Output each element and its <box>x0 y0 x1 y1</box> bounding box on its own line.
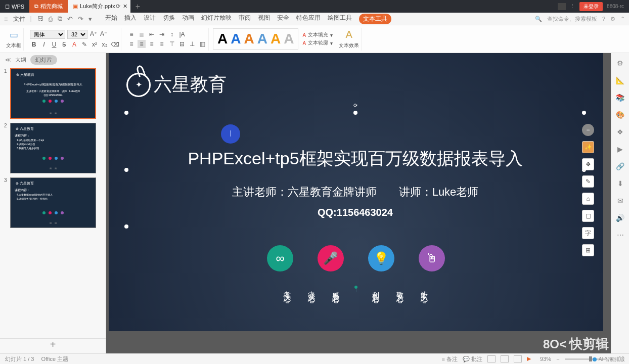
window-control-icon[interactable] <box>558 3 566 10</box>
add-slide-button[interactable]: + <box>0 338 106 353</box>
align-right-icon[interactable]: ≡ <box>148 40 156 48</box>
pen-icon[interactable]: ✎ <box>582 175 594 188</box>
grid-icon[interactable]: ⊞ <box>582 244 594 256</box>
wps-home-tab[interactable]: ◻WPS <box>0 0 29 13</box>
slide-title[interactable]: PHPExcel+tp5框架实现百万级数据报表导入 <box>126 147 584 170</box>
slides-tab[interactable]: 幻灯片 <box>30 55 57 65</box>
wordart-style-3[interactable]: A <box>244 31 254 47</box>
slide-qq[interactable]: QQ:1156463024 <box>126 207 584 218</box>
redo-icon[interactable]: ↷ <box>78 15 83 23</box>
tab-document-active[interactable]: ▣ Luke简介.pptx ⟳ ✕ <box>68 0 130 13</box>
wordart-style-5[interactable]: A <box>271 31 281 47</box>
zoom-level[interactable]: 93% <box>540 356 551 362</box>
thumbnail-2[interactable]: ⊚ 六星教育 课程内容： 1.tp5,基础以及第一个api 2.认识excel文… <box>10 123 96 173</box>
bullet-list-icon[interactable]: ≡ <box>127 30 136 38</box>
align-top-icon[interactable]: ⊤ <box>168 40 176 48</box>
handle-top-left[interactable] <box>124 111 128 115</box>
more-icon[interactable]: ⋯ <box>615 230 625 240</box>
search-placeholder[interactable]: 查找命令、搜索模板 <box>547 15 597 23</box>
indent-right-icon[interactable]: ⇥ <box>158 30 166 38</box>
wordart-style-2[interactable]: A <box>231 31 241 47</box>
tab-start[interactable]: 开始 <box>105 14 117 24</box>
close-tab-icon[interactable]: ✕ <box>123 3 127 10</box>
download-icon[interactable]: ⬇ <box>615 178 625 189</box>
tab-security[interactable]: 安全 <box>277 14 289 24</box>
slide-subtitle[interactable]: 主讲老师：六星教育金牌讲师 讲师：Luke老师 <box>126 185 584 200</box>
columns-icon[interactable]: ▥ <box>198 40 206 48</box>
style-icon[interactable]: 🎨 <box>615 110 625 120</box>
sound-icon[interactable]: 🔊 <box>615 213 625 223</box>
text-outline-icon[interactable]: A <box>302 40 306 46</box>
collapse-ribbon-icon[interactable]: ⌃ <box>620 16 625 22</box>
dropdown-icon[interactable]: ▾ <box>88 15 92 23</box>
hamburger-icon[interactable]: ≡ <box>4 15 8 23</box>
text-effect-icon[interactable]: A <box>345 29 352 40</box>
italic-button[interactable]: I <box>40 40 48 49</box>
increase-font-icon[interactable]: A⁺ <box>89 30 98 38</box>
tab-animation[interactable]: 动画 <box>182 14 194 24</box>
zoom-out-icon[interactable]: − <box>556 356 559 362</box>
superscript-button[interactable]: x² <box>91 40 99 49</box>
frame-icon[interactable]: ▢ <box>582 210 594 222</box>
clear-format-button[interactable]: ⌫ <box>111 40 119 49</box>
notes-button[interactable]: ≡ 备注 <box>442 355 458 363</box>
text-fill-icon[interactable]: A <box>302 32 306 38</box>
print-icon[interactable]: ⎙ <box>49 15 53 23</box>
settings-icon[interactable]: ⚙ <box>610 16 615 22</box>
wordart-gallery[interactable]: A A A A A A <box>213 28 298 50</box>
animation-pane-icon[interactable]: ▶ <box>615 144 625 154</box>
align-center-icon[interactable]: ≡ <box>138 40 146 48</box>
textbox-icon[interactable]: ▭ <box>10 29 18 40</box>
beautify-icon[interactable]: ✨ <box>582 141 594 153</box>
tab-text-tools[interactable]: 文本工具 <box>359 14 391 24</box>
comments-button[interactable]: 💬 批注 <box>463 355 482 363</box>
properties-icon[interactable]: ⚙ <box>615 58 625 68</box>
slide-canvas[interactable]: 六星教育 ⟳ I PHPExcel+tp5框架实现百万级数据报表导入 主讲老师：… <box>109 53 603 331</box>
handle-bot-left[interactable] <box>124 224 128 229</box>
outline-tab[interactable]: 大纲 <box>15 56 26 64</box>
reading-view-icon[interactable] <box>514 355 522 362</box>
ai-label[interactable]: AI·智能排版 <box>593 356 625 363</box>
new-tab-button[interactable]: + <box>130 2 145 11</box>
underline-button[interactable]: U <box>50 40 58 49</box>
indent-left-icon[interactable]: ⇤ <box>148 30 156 38</box>
wordart-style-4[interactable]: A <box>257 31 267 47</box>
tab-docer[interactable]: ⧉稻壳商城 <box>29 0 68 13</box>
login-button[interactable]: 未登录 <box>579 2 603 11</box>
spacing-icon[interactable]: ↕ <box>168 30 176 38</box>
tab-design[interactable]: 设计 <box>144 14 156 24</box>
selected-textbox[interactable]: ⟳ I PHPExcel+tp5框架实现百万级数据报表导入 主讲老师：六星教育金… <box>126 113 584 226</box>
search-icon[interactable]: 🔍 <box>535 16 542 22</box>
collapse-side-icon[interactable]: − <box>582 124 594 136</box>
bold-button[interactable]: B <box>30 40 38 49</box>
tab-transition[interactable]: 切换 <box>163 14 175 24</box>
save-icon[interactable]: 🖫 <box>37 15 43 23</box>
tab-featured[interactable]: 特色应用 <box>296 14 321 24</box>
file-menu[interactable]: 文件 <box>13 15 25 23</box>
layers-icon[interactable]: ❖ <box>582 158 594 170</box>
decrease-font-icon[interactable]: A⁻ <box>100 30 108 38</box>
normal-view-icon[interactable] <box>487 355 496 362</box>
tab-insert[interactable]: 插入 <box>124 14 137 24</box>
image-icon[interactable]: ⌂ <box>582 193 594 205</box>
tab-review[interactable]: 审阅 <box>239 14 251 24</box>
text-fill-label[interactable]: 文本填充 <box>308 31 328 38</box>
handle-top-mid[interactable] <box>353 111 357 115</box>
wordart-style-6[interactable]: A <box>284 31 294 47</box>
size-select[interactable]: 32 <box>67 30 87 39</box>
share-icon[interactable]: ✉ <box>615 196 625 206</box>
font-select[interactable]: 黑体 <box>30 30 65 39</box>
menu-icon[interactable]: ⋮ <box>570 3 575 10</box>
align-bottom-icon[interactable]: ⊥ <box>188 40 196 48</box>
ruler-icon[interactable]: 📐 <box>615 75 625 85</box>
handle-rotate[interactable]: ⟳ <box>353 103 357 107</box>
font-icon[interactable]: 字 <box>582 227 594 239</box>
tab-slideshow[interactable]: 幻灯片放映 <box>201 14 232 24</box>
handle-top-right[interactable] <box>582 111 586 115</box>
undo-icon[interactable]: ↶ <box>67 15 73 23</box>
font-color-button[interactable]: A <box>70 40 78 49</box>
handle-mid-left[interactable] <box>124 168 128 172</box>
highlight-button[interactable]: ✎ <box>80 40 88 49</box>
align-left-icon[interactable]: ≡ <box>127 40 136 48</box>
subscript-button[interactable]: x₂ <box>101 40 109 49</box>
